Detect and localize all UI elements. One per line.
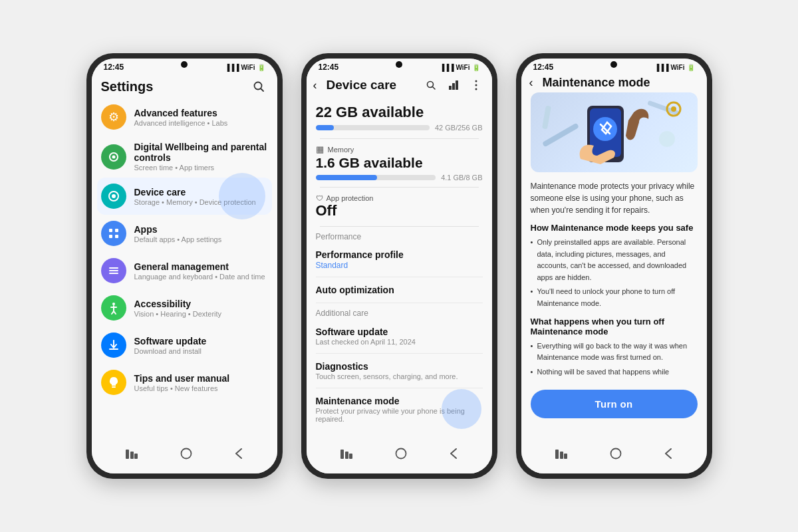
protection-section: 🛡 App protection Off <box>316 189 483 225</box>
svg-point-21 <box>181 449 191 459</box>
additional-care-section-header: Additional care <box>316 309 483 318</box>
back-button-1[interactable] <box>227 445 251 466</box>
device-care-back-button[interactable]: ‹ <box>313 78 317 92</box>
performance-profile-item[interactable]: Performance profile Standard <box>316 243 483 277</box>
tips-icon <box>101 370 126 395</box>
divider-1 <box>320 138 479 139</box>
bottom-nav-3 <box>521 440 707 473</box>
storage-fraction: 42 GB/256 GB <box>435 124 483 132</box>
device-care-ripple <box>219 173 265 219</box>
settings-item-software-update[interactable]: Software update Download and install <box>97 327 272 364</box>
svg-rect-45 <box>564 454 567 459</box>
svg-point-22 <box>427 82 433 88</box>
home-button-2[interactable] <box>387 445 415 466</box>
memory-section: ▦ Memory 1.6 GB available 4.1 GB/8 GB <box>316 140 483 186</box>
general-management-title: General management <box>134 261 268 272</box>
settings-item-apps[interactable]: Apps Default apps • App settings <box>97 215 272 252</box>
search-button[interactable] <box>249 77 268 96</box>
home-button-1[interactable] <box>172 445 200 466</box>
general-management-subtitle: Language and keyboard • Date and time <box>134 273 268 281</box>
diagnostics-item[interactable]: Diagnostics Touch screen, sensors, charg… <box>316 354 483 388</box>
bottom-nav-2 <box>307 440 492 473</box>
svg-line-16 <box>114 311 116 314</box>
svg-point-29 <box>475 88 477 90</box>
maintenance-content: Maintenance mode protects your privacy w… <box>521 92 707 440</box>
svg-rect-24 <box>449 86 452 90</box>
storage-bar-bg <box>316 125 430 130</box>
svg-rect-20 <box>134 454 138 459</box>
maintenance-bullets-2: Everything will go back to the way it wa… <box>531 340 698 378</box>
settings-item-digital-wellbeing[interactable]: Digital Wellbeing and parental controls … <box>97 136 272 178</box>
wifi-icon-3: WiFi <box>670 64 684 71</box>
digital-wellbeing-icon <box>101 144 126 170</box>
turn-on-button[interactable]: Turn on <box>531 390 698 418</box>
maintenance-illustration <box>531 92 698 172</box>
device-care-chart-button[interactable] <box>444 76 463 94</box>
tips-subtitle: Useful tips • New features <box>134 384 268 392</box>
settings-item-general-management[interactable]: General management Language and keyboard… <box>97 252 272 289</box>
recents-button-3[interactable] <box>547 446 575 465</box>
svg-rect-18 <box>126 450 129 459</box>
svg-rect-17 <box>112 386 116 388</box>
performance-section-header: Performance <box>316 232 483 241</box>
device-care-menu-button[interactable] <box>467 76 485 94</box>
performance-profile-title: Performance profile <box>316 249 483 260</box>
battery-icon-2: 🔋 <box>472 64 480 71</box>
auto-optimization-title: Auto optimization <box>316 285 483 295</box>
phone-maintenance-mode: 12:45 ▐▐▐ WiFi 🔋 ‹ Maintenance mode <box>516 53 712 479</box>
software-update-care-sub: Last checked on April 11, 2024 <box>316 338 483 346</box>
software-update-icon <box>101 332 126 358</box>
settings-item-tips[interactable]: Tips and user manual Useful tips • New f… <box>97 364 272 401</box>
memory-bar-fill <box>316 175 377 180</box>
maintenance-bullet-1-1: You'll need to unlock your phone to turn… <box>531 286 698 309</box>
status-bar-3: 12:45 ▐▐▐ WiFi 🔋 <box>521 59 707 73</box>
svg-point-33 <box>396 449 406 459</box>
svg-point-0 <box>254 82 261 90</box>
status-icons-3: ▐▐▐ WiFi 🔋 <box>654 64 694 71</box>
maintenance-mode-item[interactable]: Maintenance mode Protect your privacy wh… <box>316 388 483 430</box>
signal-icon-2: ▐▐▐ <box>440 64 454 71</box>
camera-dot-1 <box>181 61 188 68</box>
settings-item-accessibility[interactable]: Accessibility Vision • Hearing • Dexteri… <box>97 289 272 327</box>
svg-point-42 <box>671 106 676 112</box>
svg-rect-10 <box>109 270 118 271</box>
svg-point-27 <box>475 80 477 82</box>
status-time-3: 12:45 <box>533 63 554 72</box>
battery-icon: 🔋 <box>257 64 265 71</box>
protection-label-row: 🛡 App protection <box>316 194 483 202</box>
svg-point-46 <box>610 449 620 459</box>
tips-title: Tips and user manual <box>134 373 268 384</box>
settings-top-bar: Settings <box>92 73 277 98</box>
memory-icon: ▦ <box>316 144 324 154</box>
settings-list: ⚙ Advanced features Advanced intelligenc… <box>92 98 277 440</box>
back-button-3[interactable] <box>656 445 680 466</box>
auto-optimization-item[interactable]: Auto optimization <box>316 277 483 303</box>
svg-rect-37 <box>542 106 551 130</box>
protection-label: App protection <box>327 194 374 202</box>
svg-point-12 <box>112 303 115 305</box>
settings-title: Settings <box>101 79 249 94</box>
device-care-content: 22 GB available 42 GB/256 GB ▦ Memory <box>307 97 492 440</box>
maintenance-section2-title: What happens when you turn off Maintenan… <box>531 317 698 336</box>
recents-button-2[interactable] <box>332 446 360 465</box>
software-update-subtitle: Download and install <box>134 347 268 355</box>
settings-item-advanced-features[interactable]: ⚙ Advanced features Advanced intelligenc… <box>97 98 272 136</box>
back-button-2[interactable] <box>442 445 466 466</box>
maintenance-bullets-1: Only preinstalled apps are available. Pe… <box>531 237 698 310</box>
signal-icon-3: ▐▐▐ <box>654 64 668 71</box>
device-care-search-button[interactable] <box>422 76 440 94</box>
memory-label-row: ▦ Memory <box>316 144 483 154</box>
device-care-icon <box>101 184 126 209</box>
recents-button-1[interactable] <box>118 446 146 465</box>
camera-dot-3 <box>610 61 617 68</box>
svg-rect-32 <box>349 454 352 459</box>
settings-item-device-care[interactable]: Device care Storage • Memory • Device pr… <box>97 178 272 215</box>
home-button-3[interactable] <box>602 445 630 466</box>
storage-bar-row: 42 GB/256 GB <box>316 124 483 132</box>
divider-2 <box>320 187 479 188</box>
accessibility-title: Accessibility <box>134 299 268 309</box>
status-icons-1: ▐▐▐ WiFi 🔋 <box>225 64 265 71</box>
software-update-care-item[interactable]: Software update Last checked on April 11… <box>316 319 483 354</box>
diagnostics-sub: Touch screen, sensors, charging, and mor… <box>316 372 483 380</box>
maintenance-back-button[interactable]: ‹ <box>529 76 533 90</box>
